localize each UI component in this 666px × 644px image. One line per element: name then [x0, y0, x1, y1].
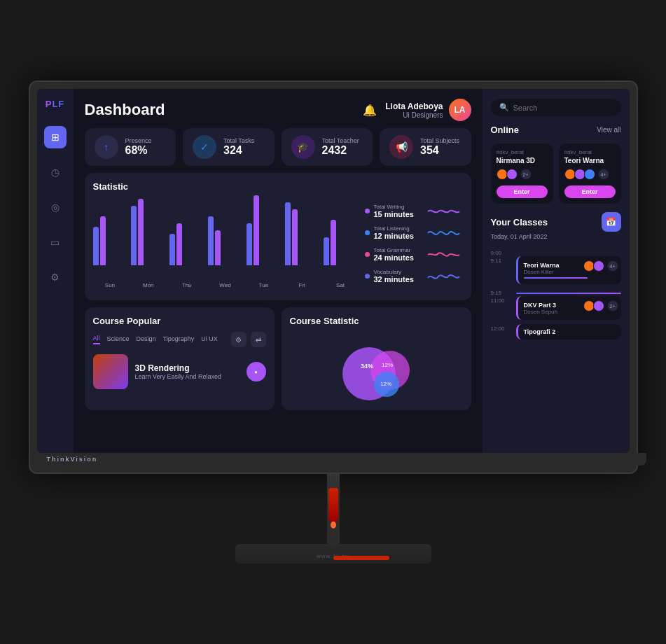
sched-avatar-2: [593, 260, 604, 272]
stat-info-presence: Presence 68%: [125, 137, 152, 157]
course-info: 3D Rendering Learn Very Easily And Relax…: [135, 363, 240, 380]
class-teori-warna: Teori Warna Dosen Killer 4+: [516, 256, 621, 284]
search-icon: 🔍: [499, 103, 509, 112]
tab-tipography[interactable]: Tipography: [163, 335, 195, 344]
subjects-label: Total Subjects: [420, 137, 459, 144]
legend-label-1: Total Listening: [374, 225, 424, 232]
bar-label-Mon: Mon: [131, 282, 165, 288]
tab-actions: ⚙ ⇄: [231, 332, 266, 347]
nirmana-enter-btn[interactable]: Enter: [497, 186, 548, 198]
teori-enter-btn[interactable]: Enter: [564, 186, 616, 198]
teori-name: Teori Warna: [564, 157, 616, 164]
stats-row: ↑ Presence 68% ✓ Total Tasks 324: [85, 128, 471, 166]
legend-label-3: Vocabulary: [374, 269, 424, 275]
legend-dot-1: [365, 230, 370, 235]
legend-label-0: Total Writing: [374, 204, 424, 210]
time-911: 9:11: [491, 256, 511, 264]
course-thumbnail: [93, 354, 128, 389]
bottom-row: Course Popular All Science Design Tipogr…: [85, 307, 471, 410]
monitor-bezel: PLF ⊞ ◷ ◎ ▭ ⚙ Dashboard 🔔 Liota: [29, 80, 638, 474]
course-popular-header: Course Popular: [93, 316, 266, 326]
search-input[interactable]: [513, 104, 613, 112]
bar-group-Sat: [324, 220, 358, 265]
bar-label-Tue: Tue: [247, 282, 281, 288]
avatar-2: [506, 169, 518, 180]
legend-wave-0: [428, 204, 463, 218]
sidebar-item-settings[interactable]: ⚙: [44, 266, 67, 288]
bar-purple-Wed: [215, 230, 221, 265]
main-content: Dashboard 🔔 Liota Adeboya Ui Designers L…: [74, 89, 483, 453]
monitor-base: www.1k.by: [235, 544, 431, 564]
tab-science[interactable]: Science: [107, 335, 130, 344]
chart-legend: Total Writing15 minutesTotal Listening12…: [365, 199, 463, 288]
svg-text:34%: 34%: [361, 363, 373, 370]
settings-tab-btn[interactable]: ⚙: [231, 332, 247, 347]
tab-all[interactable]: All: [93, 335, 100, 344]
statistic-title: Statistic: [93, 181, 463, 192]
teacher-label: Total Teacher: [322, 137, 359, 144]
tab-uiux[interactable]: Ui UX: [201, 335, 218, 344]
nirmana-avatars: 2+: [497, 169, 548, 180]
user-role: Ui Designers: [385, 111, 443, 119]
legend-value-2: 24 minutes: [374, 253, 424, 262]
filter-tab-btn[interactable]: ⇄: [251, 332, 266, 347]
bar-purple-Tue: [254, 195, 259, 265]
teacher-value: 2432: [322, 144, 359, 157]
timeline: 9:00 9:11 Teori Warna Dosen Killer: [491, 248, 621, 344]
avatar-plus: 2+: [520, 169, 532, 180]
online-title: Online: [491, 125, 519, 135]
avatar: LA: [449, 99, 471, 121]
bar-group-Mon: [131, 199, 165, 265]
legend-item-3: Vocabulary32 minutes: [365, 269, 463, 284]
tasks-value: 324: [223, 144, 254, 157]
sidebar-item-clock[interactable]: ◷: [44, 161, 67, 183]
nirmana-tag: #dkv_berat: [497, 149, 548, 155]
your-classes-title: Your Classes: [491, 217, 548, 227]
sidebar-item-chart[interactable]: ◎: [44, 196, 67, 218]
teori-tag: #dkv_berat: [564, 149, 616, 155]
teori-avatar-plus: 4+: [598, 169, 609, 180]
presence-label: Presence: [125, 137, 152, 144]
legend-dot-3: [365, 274, 370, 279]
course-popular-card: Course Popular All Science Design Tipogr…: [85, 307, 275, 410]
course-statistic-card: Course Statistic 34%: [282, 307, 471, 410]
timeslot-911: 9:11 Teori Warna Dosen Killer: [491, 256, 621, 288]
legend-wave-3: [428, 270, 463, 284]
dkv-class-name: DKV Part 3: [524, 302, 557, 309]
sidebar-item-dashboard[interactable]: ⊞: [44, 126, 67, 148]
tabs-row: All Science Design Tipography Ui UX ⚙ ⇄: [93, 332, 266, 347]
teacher-icon: 🎓: [291, 135, 315, 159]
legend-value-1: 12 minutes: [374, 232, 424, 240]
stat-card-subjects: 📢 Total Subjects 354: [380, 128, 471, 166]
bar-group-Sun: [93, 216, 127, 265]
bell-icon[interactable]: 🔔: [363, 104, 377, 117]
bar-blue-Mon: [131, 206, 137, 265]
view-all-link[interactable]: View all: [597, 126, 620, 134]
nirmana-name: Nirmana 3D: [497, 157, 548, 164]
legend-text-2: Total Grammar24 minutes: [374, 247, 424, 262]
search-bar[interactable]: 🔍: [491, 99, 621, 116]
stat-card-tasks: ✓ Total Tasks 324: [183, 128, 275, 166]
bar-chart-area: SunMonThuWedTueFriSat: [93, 199, 358, 288]
sidebar-item-book[interactable]: ▭: [44, 231, 67, 253]
tab-design[interactable]: Design: [137, 335, 156, 344]
your-classes: Your Classes 📅 Today, 01 April 2022: [491, 212, 621, 240]
progress-line: [524, 277, 588, 279]
brand-label: ThinkVision: [47, 456, 98, 463]
bar-blue-Sat: [324, 237, 329, 265]
bar-blue-Fri: [285, 202, 291, 265]
bar-blue-Sun: [93, 227, 99, 265]
teori-class-info: Teori Warna Dosen Killer: [524, 262, 560, 275]
bar-group-Fri: [285, 202, 319, 265]
course-statistic-title: Course Statistic: [290, 316, 463, 326]
teori-class-row: Teori Warna Dosen Killer 4+: [524, 260, 616, 276]
monitor-stand-neck: [327, 474, 340, 544]
legend-text-1: Total Listening12 minutes: [374, 225, 424, 240]
time-915: 9:15: [491, 288, 511, 296]
bar-blue-Tue: [247, 223, 252, 265]
page-title: Dashboard: [85, 101, 165, 119]
calendar-icon-btn[interactable]: 📅: [602, 212, 621, 232]
right-panel: 🔍 Online View all #dkv_berat Nirmana 3D: [483, 89, 630, 453]
time-900: 9:00: [491, 248, 511, 256]
legend-text-0: Total Writing15 minutes: [374, 204, 424, 218]
